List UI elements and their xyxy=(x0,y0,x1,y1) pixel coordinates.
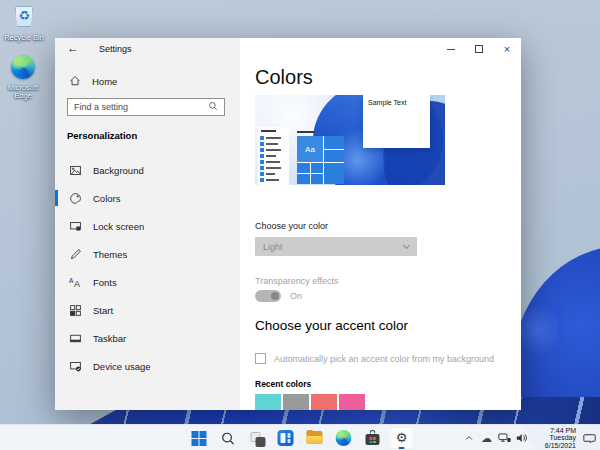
auto-accent-checkbox[interactable] xyxy=(255,353,266,364)
notifications-button[interactable] xyxy=(581,430,597,446)
choose-color-label: Choose your color xyxy=(255,221,328,231)
preview-start-title-line xyxy=(297,131,315,133)
start-icon xyxy=(68,303,82,317)
page-title: Colors xyxy=(255,66,313,89)
sample-text: Sample Text xyxy=(368,99,406,106)
start-button[interactable] xyxy=(187,427,211,449)
onedrive-button[interactable]: ☁ xyxy=(480,430,493,446)
color-swatch[interactable] xyxy=(255,394,281,410)
search-icon xyxy=(220,431,235,446)
store-button[interactable] xyxy=(361,427,385,449)
system-tray: ☁ 7:44 PM Tuesday 6/15/2021 xyxy=(462,425,597,450)
transparency-toggle[interactable] xyxy=(255,290,281,302)
desktop-icon-recycle-bin[interactable]: ♻ Recycle Bin xyxy=(1,3,47,42)
cloud-icon: ☁ xyxy=(481,432,492,444)
fonts-icon: AA xyxy=(68,275,82,289)
sidebar-item-label: Lock screen xyxy=(93,221,144,232)
minimize-icon xyxy=(447,49,455,50)
sidebar-item-fonts[interactable]: AA Fonts xyxy=(55,268,240,296)
sidebar-item-label: Taskbar xyxy=(93,333,126,344)
sidebar-item-label: Colors xyxy=(93,193,120,204)
task-view-button[interactable] xyxy=(245,427,269,449)
gear-icon: ⚙ xyxy=(396,431,408,445)
clock-date: 6/15/2021 xyxy=(534,442,576,450)
network-icon xyxy=(498,432,511,444)
home-icon xyxy=(68,74,82,88)
sidebar-item-label: Start xyxy=(93,305,113,316)
search-icon xyxy=(208,101,218,113)
file-explorer-icon xyxy=(307,431,323,445)
edge-icon xyxy=(11,55,35,79)
background-icon xyxy=(68,163,82,177)
taskbar: ⚙ ☁ 7:44 PM Tuesday 6/15/2021 xyxy=(0,424,600,450)
transparency-state: On xyxy=(290,291,302,301)
recent-colors-row xyxy=(255,394,365,410)
network-button[interactable] xyxy=(498,430,511,446)
recycle-bin-icon: ♻ xyxy=(11,3,37,29)
preview-mini-start-menu: Aa xyxy=(297,136,344,184)
sidebar-item-colors[interactable]: Colors xyxy=(55,184,240,212)
settings-window: ← Settings × Home Find a setting Persona… xyxy=(55,38,521,410)
volume-button[interactable] xyxy=(516,430,529,446)
recent-colors-label: Recent colors xyxy=(255,379,311,389)
maximize-button[interactable] xyxy=(465,38,493,60)
sidebar-item-lock-screen[interactable]: Lock screen xyxy=(55,212,240,240)
search-input[interactable]: Find a setting xyxy=(67,98,225,116)
sidebar-item-label: Background xyxy=(93,165,144,176)
preview-aa-tile: Aa xyxy=(297,136,323,162)
color-swatch[interactable] xyxy=(339,394,365,410)
desktop-icon-label: Microsoft Edge xyxy=(3,84,43,100)
windows-logo-icon xyxy=(191,431,206,446)
widgets-button[interactable] xyxy=(274,427,298,449)
file-explorer-button[interactable] xyxy=(303,427,327,449)
taskbar-center-buttons: ⚙ xyxy=(187,425,414,450)
close-icon: × xyxy=(504,44,510,54)
sidebar-item-themes[interactable]: Themes xyxy=(55,240,240,268)
lock-screen-icon xyxy=(68,219,82,233)
sidebar-item-label: Fonts xyxy=(93,277,117,288)
edge-button[interactable] xyxy=(332,427,356,449)
sidebar-item-label: Device usage xyxy=(93,361,151,372)
chevron-up-icon xyxy=(464,433,474,443)
preview-sample-card: Sample Text xyxy=(363,95,430,148)
sidebar-item-device-usage[interactable]: Device usage xyxy=(55,352,240,380)
clock[interactable]: 7:44 PM Tuesday 6/15/2021 xyxy=(534,427,576,450)
widgets-icon xyxy=(278,430,294,446)
auto-accent-row: Automatically pick an accent color from … xyxy=(255,353,494,364)
color-mode-value: Light xyxy=(263,242,283,252)
settings-button[interactable]: ⚙ xyxy=(390,427,414,449)
sidebar-item-background[interactable]: Background xyxy=(55,156,240,184)
transparency-toggle-row: On xyxy=(255,290,302,302)
search-placeholder: Find a setting xyxy=(74,102,208,112)
color-mode-dropdown[interactable]: Light xyxy=(255,237,417,256)
sidebar-item-start[interactable]: Start xyxy=(55,296,240,324)
sidebar-item-label: Home xyxy=(92,76,117,87)
sidebar-section-heading: Personalization xyxy=(67,130,137,141)
chevron-down-icon xyxy=(403,242,410,249)
back-button[interactable]: ← xyxy=(67,41,79,55)
desktop-icon-label: Recycle Bin xyxy=(1,34,47,42)
tray-chevron-button[interactable] xyxy=(462,430,475,446)
store-icon xyxy=(365,430,381,446)
clock-day: Tuesday xyxy=(534,434,576,442)
minimize-button[interactable] xyxy=(437,38,465,60)
speaker-icon xyxy=(516,432,529,444)
search-button[interactable] xyxy=(216,427,240,449)
sidebar-item-home[interactable]: Home xyxy=(68,74,117,88)
colors-icon xyxy=(68,191,82,205)
svg-text:A: A xyxy=(73,278,79,288)
color-swatch[interactable] xyxy=(283,394,309,410)
task-view-icon xyxy=(247,429,267,447)
window-controls: × xyxy=(437,38,521,60)
device-usage-icon xyxy=(68,359,82,373)
colors-preview: Aa Sample Text xyxy=(255,95,445,185)
maximize-icon xyxy=(475,45,483,53)
notification-bubble-icon xyxy=(583,432,596,444)
edge-icon xyxy=(336,430,352,446)
desktop-icon-microsoft-edge[interactable]: Microsoft Edge xyxy=(0,55,46,100)
desktop: ♻ Recycle Bin Microsoft Edge ← Settings … xyxy=(0,0,600,450)
close-button[interactable]: × xyxy=(493,38,521,60)
color-swatch[interactable] xyxy=(311,394,337,410)
transparency-label: Transparency effects xyxy=(255,276,339,286)
sidebar-item-taskbar[interactable]: Taskbar xyxy=(55,324,240,352)
